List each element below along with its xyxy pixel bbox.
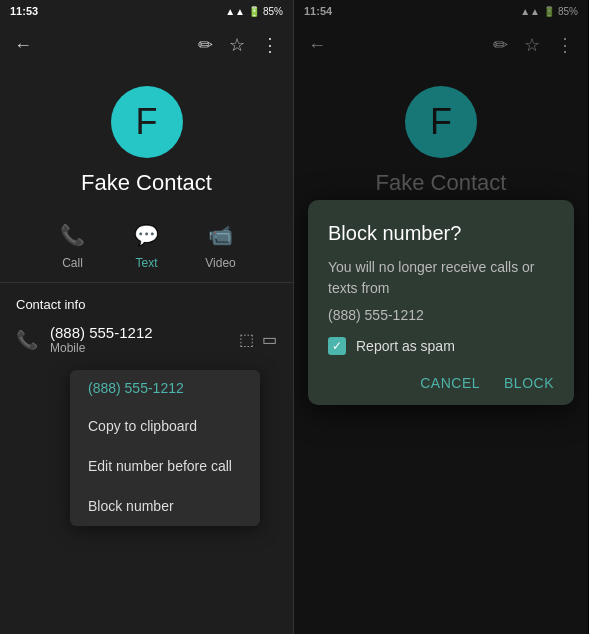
- video-label: Video: [205, 256, 235, 270]
- top-icons-left: ✏ ☆ ⋮: [198, 34, 279, 56]
- action-row-left: 📞 Call 💬 Text 📹 Video: [0, 210, 293, 283]
- check-icon: ✓: [332, 339, 342, 353]
- copy-phone-button[interactable]: ⬚: [239, 330, 254, 349]
- more-button[interactable]: ⋮: [261, 34, 279, 56]
- back-area[interactable]: ←: [14, 35, 32, 56]
- video-button[interactable]: 📹 Video: [199, 218, 243, 270]
- time-left: 11:53: [10, 5, 38, 17]
- status-icons-left: ▲▲ 🔋 85%: [225, 6, 283, 17]
- call-label: Call: [62, 256, 83, 270]
- avatar-section-left: F: [0, 68, 293, 170]
- cancel-button[interactable]: Cancel: [420, 375, 480, 391]
- left-panel: 11:53 ▲▲ 🔋 85% ← ✏ ☆ ⋮ F Fake Contact 📞 …: [0, 0, 294, 634]
- dialog-body: You will no longer receive calls or text…: [328, 257, 554, 299]
- context-menu: (888) 555-1212 Copy to clipboard Edit nu…: [70, 370, 260, 526]
- call-button[interactable]: 📞 Call: [51, 218, 95, 270]
- phone-icon: 📞: [16, 329, 38, 351]
- block-dialog: Block number? You will no longer receive…: [308, 200, 574, 405]
- phone-row: 📞 (888) 555-1212 Mobile ⬚ ▭: [0, 318, 293, 361]
- context-menu-phone[interactable]: (888) 555-1212: [70, 370, 260, 406]
- block-button[interactable]: Block: [504, 375, 554, 391]
- battery-pct-left: 85%: [263, 6, 283, 17]
- top-bar-left: ← ✏ ☆ ⋮: [0, 22, 293, 68]
- back-button[interactable]: ←: [14, 35, 32, 56]
- text-label: Text: [135, 256, 157, 270]
- call-icon: 📞: [51, 218, 95, 252]
- dialog-buttons: Cancel Block: [328, 375, 554, 391]
- message-phone-button[interactable]: ▭: [262, 330, 277, 349]
- signal-icon: ▲▲: [225, 6, 245, 17]
- phone-number: (888) 555-1212: [50, 324, 227, 341]
- section-label: Contact info: [0, 283, 293, 318]
- status-bar-left: 11:53 ▲▲ 🔋 85%: [0, 0, 293, 22]
- context-edit-before-call[interactable]: Edit number before call: [70, 446, 260, 486]
- report-spam-row[interactable]: ✓ Report as spam: [328, 337, 554, 355]
- phone-type: Mobile: [50, 341, 227, 355]
- dialog-phone: (888) 555-1212: [328, 307, 554, 323]
- context-block-number[interactable]: Block number: [70, 486, 260, 526]
- edit-button[interactable]: ✏: [198, 34, 213, 56]
- avatar-left: F: [111, 86, 183, 158]
- video-icon: 📹: [199, 218, 243, 252]
- phone-details: (888) 555-1212 Mobile: [50, 324, 227, 355]
- context-copy-clipboard[interactable]: Copy to clipboard: [70, 406, 260, 446]
- phone-actions: ⬚ ▭: [239, 330, 277, 349]
- text-button[interactable]: 💬 Text: [125, 218, 169, 270]
- report-spam-checkbox[interactable]: ✓: [328, 337, 346, 355]
- contact-name-left: Fake Contact: [0, 170, 293, 210]
- text-icon: 💬: [125, 218, 169, 252]
- right-panel: 11:54 ▲▲ 🔋 85% ← ✏ ☆ ⋮ F Fake Contact Bl…: [294, 0, 588, 634]
- battery-icon: 🔋: [248, 6, 260, 17]
- star-button[interactable]: ☆: [229, 34, 245, 56]
- report-spam-label: Report as spam: [356, 338, 455, 354]
- dialog-title: Block number?: [328, 222, 554, 245]
